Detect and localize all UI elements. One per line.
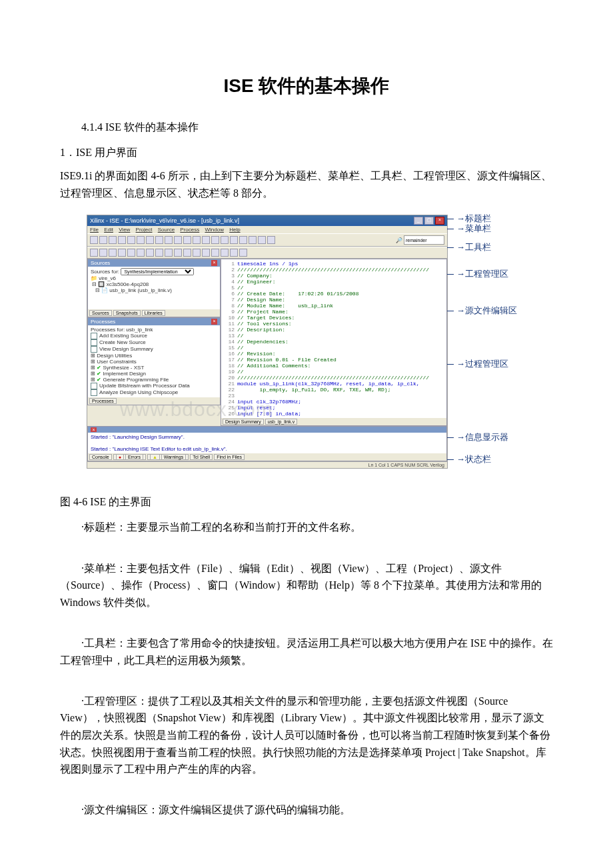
- tool-icon[interactable]: [193, 236, 201, 244]
- tab-errors[interactable]: ● Errors: [113, 454, 146, 460]
- sources-pane: Sources× Sources for: Synthesis/Implemen…: [87, 259, 221, 317]
- tool-icon[interactable]: [146, 236, 154, 244]
- close-icon[interactable]: ×: [211, 319, 217, 325]
- menu-process[interactable]: Process: [180, 227, 199, 233]
- tool-icon[interactable]: [155, 249, 163, 257]
- tool-icon[interactable]: [221, 236, 229, 244]
- tool-icon[interactable]: [99, 249, 107, 257]
- tool-icon[interactable]: [202, 249, 210, 257]
- tool-icon[interactable]: [211, 249, 219, 257]
- tool-icon[interactable]: [109, 249, 117, 257]
- find-box: 🔎: [396, 235, 444, 245]
- menu-file[interactable]: File: [90, 227, 99, 233]
- ise-toolbar-1: 🔎: [87, 233, 447, 247]
- proc-item[interactable]: Implement Design: [103, 371, 145, 377]
- bullet-toolbar: ·工具栏：主要包含了常用命令的快捷按钮。灵活运用工具栏可以极大地方便用户在 IS…: [60, 635, 553, 669]
- tab-warnings[interactable]: ▲ Warnings: [147, 454, 189, 460]
- status-bar: Ln 1 Col 1 CAPS NUM SCRL Verilog: [87, 461, 447, 468]
- tool-icon[interactable]: [146, 249, 154, 257]
- callout-label: 菜单栏: [465, 223, 491, 233]
- tool-icon[interactable]: [155, 236, 163, 244]
- tab-find-in-files[interactable]: Find in Files: [214, 454, 245, 460]
- proc-item[interactable]: Create New Source: [99, 339, 146, 345]
- tool-icon[interactable]: [109, 236, 117, 244]
- console-line: Started : "Launching ISE Text Editor to …: [91, 446, 444, 452]
- titlebar-text: Xilinx - ISE - E:\work\vire_v6\vire_v6.i…: [90, 217, 239, 224]
- intro-heading: 1．ISE 用户界面: [60, 144, 553, 161]
- tool-icon[interactable]: [183, 236, 191, 244]
- close-icon[interactable]: ×: [211, 260, 217, 266]
- tool-icon[interactable]: [99, 236, 107, 244]
- proc-item[interactable]: Generate Programming File: [103, 377, 169, 383]
- tab-libraries[interactable]: Libraries: [142, 310, 165, 316]
- tool-icon[interactable]: [174, 249, 182, 257]
- tool-icon[interactable]: [211, 236, 219, 244]
- tool-icon[interactable]: [183, 249, 191, 257]
- menu-window[interactable]: Window: [205, 227, 223, 233]
- tool-icon[interactable]: [165, 236, 173, 244]
- find-input[interactable]: [404, 235, 444, 245]
- tool-icon[interactable]: [230, 249, 238, 257]
- ise-titlebar: Xilinx - ISE - E:\work\vire_v6\vire_v6.i…: [87, 215, 447, 226]
- tab-sources[interactable]: Sources: [89, 310, 112, 316]
- editor-pane: 1timescale 1ns / 1ps 2//////////////////…: [221, 259, 447, 426]
- proc-item[interactable]: Analyze Design Using Chipscope: [99, 389, 178, 395]
- tool-icon[interactable]: [127, 236, 135, 244]
- proc-item[interactable]: Design Utilities: [97, 353, 132, 359]
- bullet-menu: ·菜单栏：主要包括文件（File）、编辑（Edit）、视图（View）、工程（P…: [60, 560, 553, 611]
- tool-icon[interactable]: [230, 236, 238, 244]
- callout-label: 工程管理区: [465, 269, 508, 279]
- tab-design-summary[interactable]: Design Summary: [223, 419, 264, 425]
- minimize-icon[interactable]: _: [414, 217, 423, 225]
- sources-title: Sources: [91, 260, 110, 266]
- tree-module[interactable]: usb_ip_link (usb_ip_link.v): [109, 287, 172, 293]
- tool-icon[interactable]: [239, 236, 247, 244]
- tool-icon[interactable]: [221, 249, 229, 257]
- tool-icon[interactable]: [267, 236, 275, 244]
- tab-tcl[interactable]: Tcl Shell: [190, 454, 213, 460]
- ise-window: Xilinx - ISE - E:\work\vire_v6\vire_v6.i…: [87, 215, 448, 469]
- tab-source-file[interactable]: usb_ip_link.v: [265, 419, 297, 425]
- proc-item[interactable]: View Design Summary: [99, 346, 153, 352]
- tool-icon[interactable]: [239, 249, 247, 257]
- tool-icon[interactable]: [118, 249, 126, 257]
- code-area[interactable]: 1timescale 1ns / 1ps 2//////////////////…: [221, 259, 446, 418]
- menu-source[interactable]: Source: [158, 227, 175, 233]
- tool-icon[interactable]: [137, 249, 145, 257]
- figure-4-6: Xilinx - ISE - E:\work\vire_v6\vire_v6.i…: [87, 215, 566, 469]
- proc-item[interactable]: Synthesize - XST: [103, 365, 144, 371]
- tab-snapshots[interactable]: Snapshots: [113, 310, 141, 316]
- sources-for-label: Sources for:: [91, 269, 119, 275]
- tab-console[interactable]: Console: [89, 454, 112, 460]
- tool-icon[interactable]: [193, 249, 201, 257]
- binoculars-icon[interactable]: 🔎: [396, 237, 402, 243]
- tool-icon[interactable]: [90, 249, 98, 257]
- tool-icon[interactable]: [174, 236, 182, 244]
- tool-icon[interactable]: [137, 236, 145, 244]
- menu-project[interactable]: Project: [136, 227, 153, 233]
- callout-label: 过程管理区: [465, 359, 508, 369]
- tool-icon[interactable]: [258, 236, 266, 244]
- ise-menubar[interactable]: File Edit View Project Source Process Wi…: [87, 226, 447, 233]
- maximize-icon[interactable]: ▢: [424, 217, 434, 225]
- tab-processes[interactable]: Processes: [89, 398, 117, 404]
- close-icon[interactable]: ×: [435, 217, 444, 225]
- tool-icon[interactable]: [249, 236, 257, 244]
- menu-help[interactable]: Help: [229, 227, 240, 233]
- tool-icon[interactable]: [90, 236, 98, 244]
- callout-label: 状态栏: [465, 454, 491, 464]
- tool-icon[interactable]: [127, 249, 135, 257]
- proc-item[interactable]: User Constraints: [97, 359, 137, 365]
- menu-edit[interactable]: Edit: [104, 227, 113, 233]
- proc-item[interactable]: Update Bitstream with Processor Data: [99, 383, 190, 389]
- ise-toolbar-2: [87, 247, 447, 259]
- callout-label: 标题栏: [465, 213, 491, 223]
- sources-for-select[interactable]: Synthesis/Implementation: [121, 268, 194, 275]
- tool-icon[interactable]: [118, 236, 126, 244]
- tool-icon[interactable]: [165, 249, 173, 257]
- processes-title: Processes: [91, 319, 115, 325]
- tool-icon[interactable]: [202, 236, 210, 244]
- menu-view[interactable]: View: [119, 227, 130, 233]
- close-icon[interactable]: ×: [91, 427, 97, 432]
- proc-item[interactable]: Add Existing Source: [99, 333, 147, 339]
